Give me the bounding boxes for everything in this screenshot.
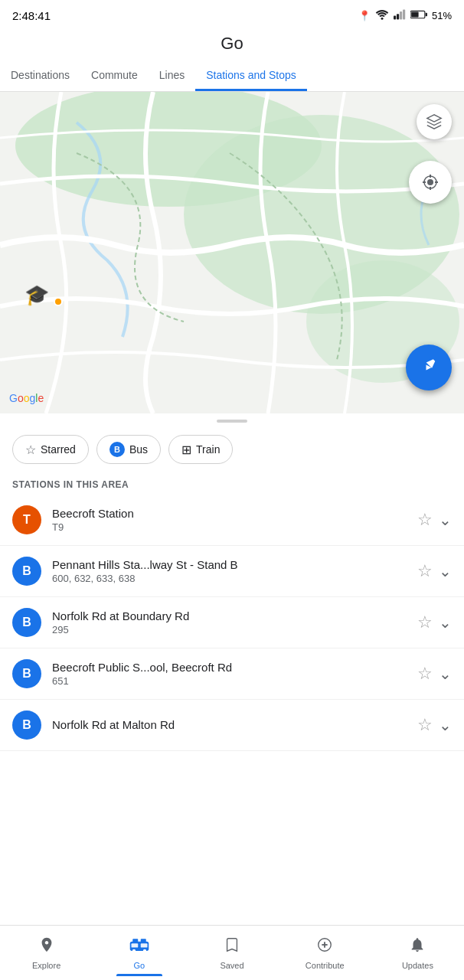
- station-actions: ☆ ⌄: [417, 510, 452, 530]
- nav-item-updates[interactable]: Updates: [371, 930, 464, 976]
- star-button[interactable]: ☆: [417, 510, 433, 530]
- filter-chips: ☆ Starred B Bus ⊞ Train: [0, 426, 464, 473]
- chevron-button[interactable]: ⌄: [439, 613, 452, 632]
- station-sub: 295: [52, 624, 407, 635]
- svg-rect-4: [403, 9, 405, 19]
- nav-item-contribute[interactable]: Contribute: [279, 930, 371, 976]
- svg-point-12: [427, 179, 433, 185]
- station-item[interactable]: B Norfolk Rd at Malton Rd ☆ ⌄: [0, 700, 464, 751]
- battery-icon: [410, 10, 427, 21]
- tab-commute[interactable]: Commute: [80, 61, 149, 91]
- station-name: Beecroft Station: [52, 507, 407, 520]
- station-icon-bus: B: [12, 608, 41, 637]
- explore-icon: [38, 936, 55, 958]
- chip-starred-label: Starred: [41, 443, 76, 456]
- contribute-icon: [316, 936, 333, 958]
- star-icon: ☆: [25, 443, 36, 457]
- svg-rect-7: [426, 12, 427, 16]
- svg-rect-24: [141, 943, 148, 947]
- map-locate-button[interactable]: [409, 161, 452, 204]
- station-item[interactable]: B Pennant Hills Sta...lway St - Stand B …: [0, 546, 464, 597]
- station-info: Norfolk Rd at Boundary Rd 295: [52, 609, 407, 635]
- svg-rect-6: [411, 11, 418, 17]
- chevron-button[interactable]: ⌄: [439, 562, 452, 580]
- star-button[interactable]: ☆: [417, 612, 433, 632]
- nav-item-go[interactable]: Go: [93, 930, 185, 976]
- station-icon-bus: B: [12, 659, 41, 688]
- star-button[interactable]: ☆: [417, 561, 433, 581]
- svg-rect-20: [141, 939, 146, 942]
- map-background: 🎓: [0, 92, 464, 413]
- nav-item-saved[interactable]: Saved: [185, 930, 278, 976]
- svg-rect-19: [132, 939, 138, 942]
- station-sub: T9: [52, 521, 407, 533]
- map-orange-dot: [54, 297, 63, 306]
- station-name: Pennant Hills Sta...lway St - Stand B: [52, 558, 407, 571]
- tab-destinations[interactable]: Destinations: [0, 61, 80, 91]
- svg-rect-2: [397, 14, 399, 19]
- chevron-button[interactable]: ⌄: [439, 511, 452, 529]
- map-location-pin: 🎓: [25, 283, 49, 307]
- station-item[interactable]: B Beecroft Public S...ool, Beecroft Rd 6…: [0, 648, 464, 700]
- drag-handle[interactable]: [217, 420, 247, 423]
- signal-icon: [394, 9, 406, 22]
- station-actions: ☆ ⌄: [417, 715, 452, 735]
- chevron-button[interactable]: ⌄: [439, 665, 452, 683]
- train-icon: ⊞: [181, 443, 191, 457]
- station-sub: 651: [52, 675, 407, 687]
- bottom-spacer: [0, 751, 464, 812]
- nav-active-bar: [116, 974, 162, 976]
- nav-label-contribute: Contribute: [306, 961, 345, 970]
- nav-item-explore[interactable]: Explore: [0, 930, 93, 976]
- station-item[interactable]: T Beecroft Station T9 ☆ ⌄: [0, 495, 464, 546]
- station-icon-bus: B: [12, 710, 41, 740]
- bottom-nav: Explore Go Saved: [0, 925, 464, 980]
- station-name: Norfolk Rd at Boundary Rd: [52, 609, 407, 622]
- svg-point-0: [381, 17, 383, 19]
- google-logo: Google: [9, 392, 44, 404]
- station-info: Pennant Hills Sta...lway St - Stand B 60…: [52, 558, 407, 584]
- chip-starred[interactable]: ☆ Starred: [12, 435, 89, 464]
- tab-stations[interactable]: Stations and Stops: [195, 61, 307, 91]
- map-navigation-button[interactable]: [406, 345, 452, 390]
- section-header: STATIONS IN THIS AREA: [0, 473, 464, 495]
- nav-label-explore: Explore: [32, 961, 60, 970]
- battery-percent: 51%: [432, 10, 452, 21]
- star-button[interactable]: ☆: [417, 664, 433, 684]
- station-icon-bus: B: [12, 557, 41, 586]
- nav-label-saved: Saved: [220, 961, 243, 970]
- status-time: 2:48:41: [12, 9, 51, 22]
- station-icon-train: T: [12, 505, 41, 534]
- nav-label-updates: Updates: [402, 961, 433, 970]
- go-icon: [129, 936, 150, 958]
- tab-lines[interactable]: Lines: [149, 61, 195, 91]
- svg-rect-3: [400, 11, 402, 19]
- station-actions: ☆ ⌄: [417, 664, 452, 684]
- wifi-icon: [375, 9, 389, 22]
- map-layer-button[interactable]: [417, 104, 452, 139]
- station-sub: 600, 632, 633, 638: [52, 573, 407, 584]
- map-area[interactable]: 🎓: [0, 92, 464, 413]
- station-actions: ☆ ⌄: [417, 612, 452, 632]
- star-button[interactable]: ☆: [417, 715, 433, 735]
- chip-bus[interactable]: B Bus: [96, 435, 161, 464]
- svg-rect-23: [131, 943, 138, 947]
- chip-bus-label: Bus: [129, 443, 148, 456]
- station-info: Norfolk Rd at Malton Rd: [52, 718, 407, 733]
- station-actions: ☆ ⌄: [417, 561, 452, 581]
- map-svg: [0, 92, 464, 413]
- app-title: Go: [0, 28, 464, 61]
- chevron-button[interactable]: ⌄: [439, 716, 452, 734]
- station-list: T Beecroft Station T9 ☆ ⌄ B Pennant Hill…: [0, 495, 464, 751]
- station-item[interactable]: B Norfolk Rd at Boundary Rd 295 ☆ ⌄: [0, 597, 464, 648]
- svg-rect-1: [394, 15, 396, 19]
- saved-icon: [224, 936, 240, 958]
- svg-point-22: [143, 949, 146, 952]
- updates-icon: [409, 936, 426, 958]
- station-info: Beecroft Public S...ool, Beecroft Rd 651: [52, 661, 407, 687]
- svg-point-21: [132, 949, 136, 952]
- tabs-bar: Destinations Commute Lines Stations and …: [0, 61, 464, 92]
- chip-train[interactable]: ⊞ Train: [168, 435, 233, 464]
- nav-label-go: Go: [133, 961, 145, 970]
- station-info: Beecroft Station T9: [52, 507, 407, 533]
